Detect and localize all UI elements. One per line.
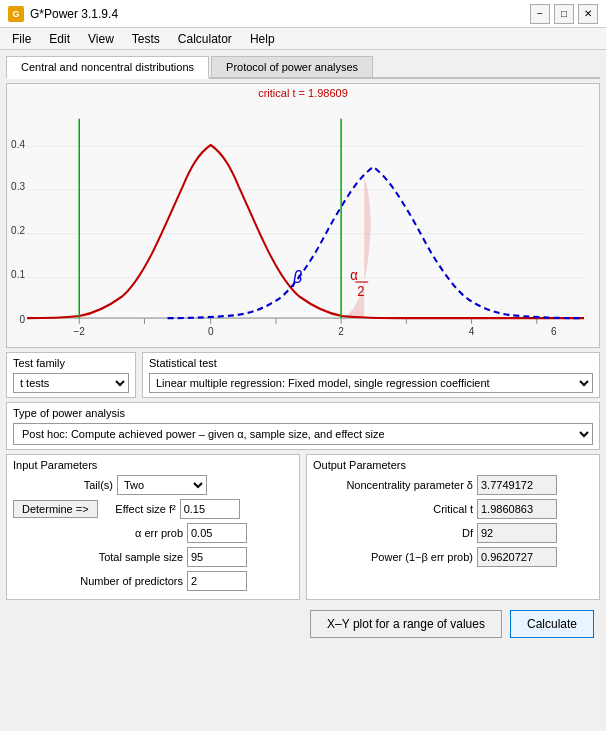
tails-label: Tail(s) [13, 479, 113, 491]
noncentrality-value [477, 475, 557, 495]
xy-plot-button[interactable]: X–Y plot for a range of values [310, 610, 502, 638]
app-icon: G [8, 6, 24, 22]
output-parameters-label: Output Parameters [313, 459, 593, 471]
statistical-test-panel: Statistical test Linear multiple regress… [142, 352, 600, 398]
minimize-button[interactable]: − [530, 4, 550, 24]
menu-tests[interactable]: Tests [124, 30, 168, 48]
title-bar-left: G G*Power 3.1.9.4 [8, 6, 118, 22]
statistical-test-label: Statistical test [149, 357, 593, 369]
app-title: G*Power 3.1.9.4 [30, 7, 118, 21]
num-predictors-row: Number of predictors [13, 571, 293, 591]
svg-text:0.1: 0.1 [11, 267, 25, 280]
tails-row: Tail(s) Two [13, 475, 293, 495]
bottom-bar: X–Y plot for a range of values Calculate [6, 606, 600, 642]
window-controls: − □ ✕ [530, 4, 598, 24]
menu-view[interactable]: View [80, 30, 122, 48]
close-button[interactable]: ✕ [578, 4, 598, 24]
alpha-err-row: α err prob [13, 523, 293, 543]
distribution-chart: 0 0.1 0.2 0.3 0.4 −2 0 2 4 6 [7, 99, 599, 348]
power-row: Power (1−β err prob) [313, 547, 593, 567]
tab-distributions[interactable]: Central and noncentral distributions [6, 56, 209, 79]
tab-bar: Central and noncentral distributions Pro… [6, 56, 600, 79]
svg-text:0: 0 [19, 312, 25, 325]
input-parameters-label: Input Parameters [13, 459, 293, 471]
svg-text:4: 4 [469, 324, 475, 337]
menu-bar: File Edit View Tests Calculator Help [0, 28, 606, 50]
num-predictors-input[interactable] [187, 571, 247, 591]
df-row: Df [313, 523, 593, 543]
critical-t-value [477, 499, 557, 519]
power-analysis-section: Type of power analysis Post hoc: Compute… [6, 402, 600, 450]
svg-text:0: 0 [208, 324, 214, 337]
menu-calculator[interactable]: Calculator [170, 30, 240, 48]
power-value [477, 547, 557, 567]
svg-text:α: α [350, 267, 358, 283]
menu-help[interactable]: Help [242, 30, 283, 48]
chart-title: critical t = 1.98609 [7, 84, 599, 99]
svg-text:0.4: 0.4 [11, 138, 25, 151]
tab-protocol[interactable]: Protocol of power analyses [211, 56, 373, 77]
test-family-area: Test family t tests Statistical test Lin… [6, 352, 600, 398]
critical-t-label: Critical t [313, 503, 473, 515]
maximize-button[interactable]: □ [554, 4, 574, 24]
power-analysis-label: Type of power analysis [13, 407, 593, 419]
effect-size-row: Determine => Effect size f² [13, 499, 293, 519]
effect-size-label: Effect size f² [106, 503, 176, 515]
alpha-err-label: α err prob [13, 527, 183, 539]
test-family-panel: Test family t tests [6, 352, 136, 398]
determine-button[interactable]: Determine => [13, 500, 98, 518]
sample-size-label: Total sample size [13, 551, 183, 563]
num-predictors-label: Number of predictors [13, 575, 183, 587]
output-parameters-panel: Output Parameters Noncentrality paramete… [306, 454, 600, 600]
critical-t-row: Critical t [313, 499, 593, 519]
effect-size-input[interactable] [180, 499, 240, 519]
alpha-err-input[interactable] [187, 523, 247, 543]
svg-text:−2: −2 [74, 324, 86, 337]
parameters-area: Input Parameters Tail(s) Two Determine =… [6, 454, 600, 600]
menu-file[interactable]: File [4, 30, 39, 48]
test-family-label: Test family [13, 357, 129, 369]
svg-text:2: 2 [338, 324, 344, 337]
input-parameters-panel: Input Parameters Tail(s) Two Determine =… [6, 454, 300, 600]
svg-text:0.2: 0.2 [11, 223, 25, 236]
sample-size-input[interactable] [187, 547, 247, 567]
noncentrality-row: Noncentrality parameter δ [313, 475, 593, 495]
tails-select[interactable]: Two [117, 475, 207, 495]
statistical-test-select[interactable]: Linear multiple regression: Fixed model,… [149, 373, 593, 393]
menu-edit[interactable]: Edit [41, 30, 78, 48]
svg-text:6: 6 [551, 324, 557, 337]
calculate-button[interactable]: Calculate [510, 610, 594, 638]
power-label: Power (1−β err prob) [313, 551, 473, 563]
noncentrality-label: Noncentrality parameter δ [313, 479, 473, 491]
svg-text:0.3: 0.3 [11, 180, 25, 193]
chart-area: critical t = 1.98609 0 0.1 0.2 0.3 0.4 −… [6, 83, 600, 348]
power-analysis-select[interactable]: Post hoc: Compute achieved power – given… [13, 423, 593, 445]
sample-size-row: Total sample size [13, 547, 293, 567]
svg-text:β: β [292, 267, 303, 287]
df-label: Df [313, 527, 473, 539]
main-content: Central and noncentral distributions Pro… [0, 50, 606, 648]
test-family-select[interactable]: t tests [13, 373, 129, 393]
title-bar: G G*Power 3.1.9.4 − □ ✕ [0, 0, 606, 28]
df-value [477, 523, 557, 543]
